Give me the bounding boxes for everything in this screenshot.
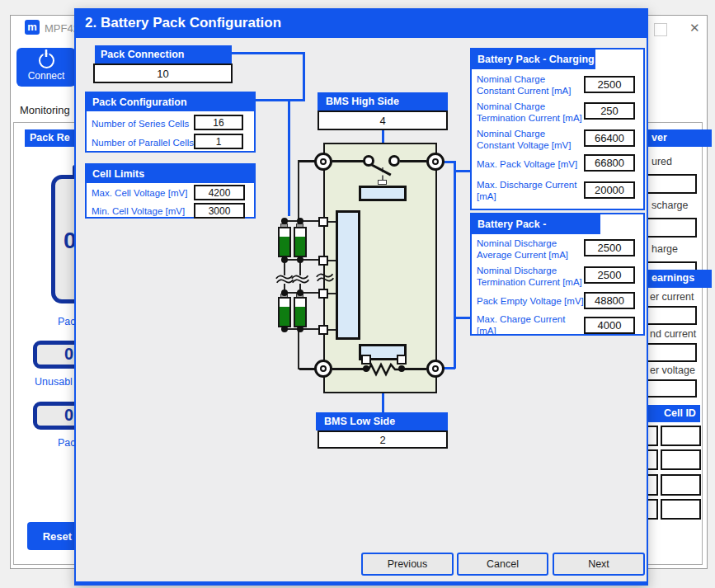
power-icon [39,53,54,68]
charge-label: harge [651,243,678,255]
dialog-title: 2. Battery Pack Configuration [74,8,648,38]
pack-gauge-label: Pac [58,437,76,449]
pack-terminal [314,360,332,378]
max-discharge-current-label: Max. Discharge Current [mA] [477,180,585,202]
wire [298,160,299,221]
bms-high-input[interactable] [318,111,448,130]
wire [402,368,426,370]
discharge-label: scharge [651,200,688,211]
charging-header: Battery Pack - Charging [472,49,595,69]
junction-dot [281,289,288,296]
connector-line [288,99,290,216]
wire [400,160,426,162]
bms-low-input[interactable] [318,430,448,449]
cell-table-cell [661,426,701,446]
series-cells-label: Number of Series Cells [92,119,189,130]
max-charge-current-input[interactable] [584,317,635,334]
board-pad [318,325,328,335]
next-button[interactable]: Next [553,553,645,576]
measured-label: ured [651,156,672,167]
pack-terminal [314,153,332,171]
cell-id-header: Cell ID [661,405,700,422]
junction-dot [297,218,303,224]
wire [298,329,299,369]
junction-dot [281,218,288,224]
discharge-average-current-label: Nominal Discharge Average Current [mA] [477,238,585,261]
max-cell-voltage-label: Max. Cell Voltage [mV] [92,188,187,200]
connector-line [454,161,456,369]
max-charge-current-label: Max. Charge Current [mA] [477,314,585,336]
previous-button[interactable]: Previous [361,553,454,576]
tab-monitoring[interactable]: Monitoring [20,104,70,116]
close-icon[interactable]: ✕ [689,21,700,35]
max-pack-voltage-input[interactable] [584,154,635,172]
pack-configuration-panel: Pack Configuration Number of Series Cell… [85,92,256,153]
cell-table-cell [661,449,701,470]
unusable-gauge-value: 0 [64,345,73,364]
pack-empty-voltage-input[interactable] [584,292,635,309]
wire [299,160,315,162]
learnings-voltage-label: er voltage [650,365,695,376]
connector-line [455,317,471,319]
wire [332,160,364,162]
unusable-gauge-label: Unusabl [35,376,73,388]
pack-terminal [426,360,445,378]
battery-cell [278,227,291,257]
connect-button[interactable]: Connect [16,48,76,87]
charge-constant-voltage-input[interactable] [584,129,635,147]
battery-gauge-label: Pac [58,316,76,327]
afe-chip [336,210,360,340]
parallel-cells-input[interactable] [194,134,243,149]
junction-dot [363,365,369,372]
pack-terminal [426,153,445,171]
battery-cell [294,227,307,257]
learnings-current2-label: nd current [650,328,696,340]
junction-dot [281,326,288,332]
cancel-button[interactable]: Cancel [457,553,548,576]
charge-termination-current-label: Nominal Charge Termination Current [mA] [477,101,585,124]
discharging-header: Battery Pack - Discharging [472,214,600,234]
series-cells-input[interactable] [194,115,243,130]
board-pad [318,217,328,227]
switch-contact [388,155,400,167]
battery-cell [294,297,307,327]
board-pad [318,256,328,266]
min-cell-voltage-input[interactable] [194,203,245,219]
max-cell-voltage-input[interactable] [194,185,245,200]
maximize-icon[interactable] [654,23,667,36]
junction-dot [297,256,303,263]
connector-line [232,52,305,54]
board-pad [318,289,328,299]
bms-high-label: BMS High Side Resistance [mΩ] [318,92,448,111]
junction-dot [297,326,303,332]
pack-gauge-value: 0 [64,406,73,425]
pack-connection-input[interactable] [93,64,233,83]
charge-constant-voltage-label: Nominal Charge Constant Voltage [mV] [477,129,585,151]
cell-table-cell [661,499,701,520]
connector-line [303,52,305,101]
connector-line [444,367,455,369]
discharge-termination-current-input[interactable] [584,266,635,284]
sense-pad [361,355,371,365]
junction-dot [281,256,288,263]
actuator-nub [378,180,387,185]
junction-dot [297,289,303,296]
max-pack-voltage-label: Max. Pack Voltage [mV] [477,159,585,171]
charge-constant-current-input[interactable] [584,76,635,93]
connector-line [455,170,471,172]
charge-termination-current-input[interactable] [584,102,635,120]
gate-driver-component [359,186,407,201]
pack-configuration-header: Pack Configuration [87,93,254,111]
wire [299,368,315,370]
cell-table-cell [661,474,701,496]
discharging-panel: Battery Pack - Discharging Nominal Disch… [470,213,645,336]
parallel-cells-label: Number of Parallel Cells [92,138,194,149]
max-discharge-current-input[interactable] [584,181,635,199]
wire [332,368,367,370]
min-cell-voltage-label: Min. Cell Voltage [mV] [92,206,185,218]
charge-constant-current-label: Nominal Charge Constant Current [mA] [477,74,585,96]
connector-line [256,99,305,101]
discharge-average-current-input[interactable] [584,239,635,256]
bms-low-label: BMS Low Side Resistance [mΩ] [316,412,448,430]
discharge-termination-current-label: Nominal Discharge Termination Current [m… [477,266,585,288]
